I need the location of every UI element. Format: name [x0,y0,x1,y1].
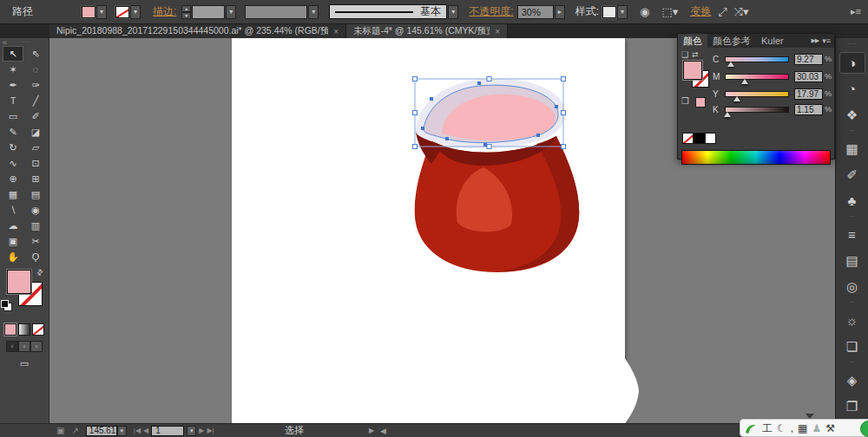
layers-icon[interactable]: ◈ [839,369,865,391]
color-panel-icon[interactable]: ◑ [839,52,865,74]
tab-color[interactable]: 颜色 [678,34,707,49]
stroke-weight-field[interactable] [192,5,225,19]
web-safe-cube-icon[interactable]: ❒ [681,96,689,106]
tab-kuler[interactable]: Kuler [756,35,789,47]
opacity-dropdown-icon[interactable]: ▸ [555,5,565,19]
web-safe-color-swatch[interactable] [695,97,706,108]
yellow-slider[interactable] [725,91,789,97]
stroke-link[interactable]: 描边: [153,4,176,19]
fill-proxy-swatch[interactable] [7,270,31,294]
next-artboard-icon[interactable]: ▶ [199,427,204,434]
distribute-icon[interactable]: ⤨▾ [734,5,749,19]
stroke-color-swatch[interactable] [115,6,129,18]
ime-keyboard-icon[interactable]: ▦ [798,423,807,434]
magenta-slider[interactable] [725,74,789,80]
screen-mode-button[interactable]: ▭ [0,358,49,369]
swatches-icon[interactable]: ▦ [839,138,865,160]
selection-tool[interactable]: ↖ [3,46,23,62]
paintbrush-tool[interactable]: ✐ [25,108,46,124]
eraser-tool[interactable]: ◪ [25,124,46,140]
cs-live-icon[interactable]: ▣ [56,426,64,435]
swap-fill-stroke-icon[interactable]: ⇄ [35,267,45,277]
black-swatch[interactable] [694,133,705,144]
artboard[interactable] [232,38,625,423]
close-icon[interactable]: × [333,27,339,36]
none-swatch[interactable] [682,133,694,144]
paint-none-button[interactable] [32,323,44,336]
panel-drag-handle[interactable]: ┄┄ [7,39,46,46]
slice-tool[interactable]: ✂ [25,233,46,249]
dock-drag-handle[interactable]: ┄┄ [847,41,856,48]
ime-mode-icon[interactable]: 工 [762,423,773,434]
free-transform-tool[interactable]: ⊡ [25,155,46,171]
width-profile-field[interactable] [245,5,307,19]
rotate-tool[interactable]: ↻ [3,140,23,155]
lasso-tool[interactable]: ◌ [25,62,46,77]
draw-normal-button[interactable]: ▫ [6,341,18,352]
curvature-pen-tool[interactable]: ✑ [25,77,46,93]
ime-logo-icon[interactable] [744,421,758,435]
pencil-tool[interactable]: ✎ [3,124,23,140]
expand-panels-icon[interactable]: ▶▶ [811,37,819,44]
transparency-icon[interactable]: ◎ [839,276,865,297]
previous-artboard-icon[interactable]: ◀ [143,427,148,434]
share-icon[interactable]: ↗ [71,426,78,435]
color-spectrum-bar[interactable] [681,150,831,165]
tab-color-guide[interactable]: 颜色参考 [707,34,756,49]
rectangle-tool[interactable]: ▭ [3,108,23,124]
close-icon[interactable]: × [495,27,500,36]
ime-halfwidth-icon[interactable]: ☾ [777,423,786,434]
status-expand-icon[interactable]: ▶ [369,427,374,434]
artboard-dropdown-icon[interactable]: ▾ [187,426,196,436]
slider-thumb[interactable] [727,62,734,67]
symbols-icon[interactable]: ♣ [839,190,865,212]
gradient-panel-icon[interactable]: ▤ [839,250,865,271]
brushes-icon[interactable]: ✐ [839,164,865,186]
opacity-link[interactable]: 不透明度: [469,4,513,19]
perspective-grid-tool[interactable]: ⊞ [25,171,46,186]
hand-tool[interactable]: ✋ [3,249,23,264]
style-dropdown-icon[interactable]: ▾ [617,5,628,19]
magic-wand-tool[interactable]: ✶ [3,62,23,77]
document-tab[interactable]: Nipic_20180988_20171229150344445000.ai* … [49,24,346,38]
appearance-icon[interactable]: ☼ [839,310,865,331]
paint-color-button[interactable] [4,323,16,336]
stroke-panel-icon[interactable]: ≡ [839,224,865,245]
draw-behind-button[interactable]: ▫ [18,341,30,352]
stroke-weight-dropdown-icon[interactable]: ▾ [226,5,236,19]
mesh-tool[interactable]: ▦ [3,186,23,202]
slider-thumb[interactable] [733,96,740,101]
zoom-dropdown-icon[interactable]: ▾ [117,426,127,436]
black-value-field[interactable]: 1.15 [794,104,823,115]
kuler-icon[interactable]: ❖ [839,104,865,126]
type-tool[interactable]: T [3,93,23,108]
artboard-tool[interactable]: ▣ [3,233,23,249]
align-icon[interactable]: ⤢ [718,5,727,19]
style-swatch[interactable] [602,6,616,18]
column-graph-tool[interactable]: ▥ [25,218,46,233]
select-similar-icon[interactable]: ⬚▾ [661,5,678,18]
eyedropper-tool[interactable]: ∖ [3,202,23,218]
zoom-level-field[interactable]: 145.61 [86,426,117,436]
slider-thumb[interactable] [741,79,748,84]
pen-tool[interactable]: ✒ [3,77,23,93]
mini-fill-stroke-icon[interactable]: ❑ [681,50,688,59]
mini-swap-icon[interactable]: ⇄ [692,50,699,59]
draw-inside-button[interactable]: ▫ [30,341,43,352]
fill-dropdown-icon[interactable]: ▾ [96,5,107,19]
ime-status-circle-icon[interactable] [860,421,868,437]
gradient-tool[interactable]: ▤ [25,186,46,202]
line-segment-tool[interactable]: ╱ [25,93,46,108]
panel-menu-icon[interactable]: ▾≡ [822,36,831,45]
zoom-tool[interactable]: Ϙ [25,249,46,264]
slider-thumb[interactable] [724,112,731,117]
ime-settings-icon[interactable]: ⚒ [825,423,835,434]
document-tab-active[interactable]: 未标题-4* @ 145.61% (CMYK/预览) × [346,24,508,38]
control-bar-menu-icon[interactable]: ▸≡ [851,6,861,17]
first-artboard-icon[interactable]: |◀ [134,427,141,434]
width-profile-dropdown-icon[interactable]: ▾ [308,5,319,19]
symbol-sprayer-tool[interactable]: ☁ [3,218,23,233]
magenta-value-field[interactable]: 30.03 [794,71,823,82]
default-fill-stroke-icon[interactable] [3,303,12,311]
shape-builder-tool[interactable]: ⊕ [3,171,23,186]
